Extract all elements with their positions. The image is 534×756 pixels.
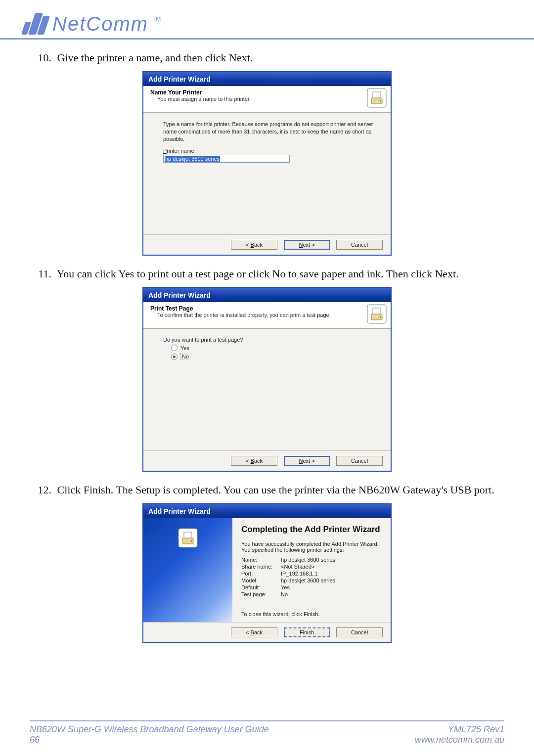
step-text: Give the printer a name, and then click … xyxy=(57,51,253,64)
cancel-button[interactable]: Cancel xyxy=(336,456,383,466)
wizard-subheading: You must assign a name to this printer. xyxy=(150,96,362,102)
svg-point-3 xyxy=(380,100,381,102)
next-button[interactable]: Next > xyxy=(284,240,330,250)
settings-value: Yes xyxy=(281,584,290,590)
step-text: Click Finish. The Setup is completed. Yo… xyxy=(57,484,494,496)
radio-icon xyxy=(171,345,178,351)
step-text: You can click Yes to print out a test pa… xyxy=(57,267,459,280)
svg-point-11 xyxy=(191,540,192,542)
completing-heading: Completing the Add Printer Wizard xyxy=(241,524,382,534)
header-rule xyxy=(0,38,534,40)
wizard-body: Type a name for this printer. Because so… xyxy=(143,113,391,234)
radio-yes[interactable]: Yes xyxy=(171,345,376,351)
printer-icon xyxy=(367,302,391,328)
wizard-hint: Type a name for this printer. Because so… xyxy=(163,121,376,143)
wizard-test-page: Add Printer Wizard Print Test Page To co… xyxy=(142,287,392,472)
cancel-button[interactable]: Cancel xyxy=(336,627,383,637)
settings-row: Name:hp deskjet 3600 series xyxy=(241,557,382,563)
svg-rect-2 xyxy=(373,92,381,98)
wizard-buttons: < Back Next > Cancel xyxy=(143,450,391,471)
printer-icon xyxy=(367,86,391,112)
wizard-heading: Name Your Printer xyxy=(150,89,362,96)
back-button[interactable]: < Back xyxy=(231,456,277,466)
wizard-header: Print Test Page To confirm that the prin… xyxy=(143,302,391,329)
test-page-question: Do you want to print a test page? xyxy=(163,337,376,343)
back-button[interactable]: < Back xyxy=(231,627,277,637)
cancel-button[interactable]: Cancel xyxy=(336,240,383,250)
back-button[interactable]: < Back xyxy=(231,240,277,250)
settings-list: Name:hp deskjet 3600 seriesShare name:<N… xyxy=(241,557,382,597)
next-button[interactable]: Next > xyxy=(284,456,330,466)
closing-text: To close this wizard, click Finish. xyxy=(241,611,382,617)
wizard-body: Do you want to print a test page? Yes No xyxy=(143,329,391,450)
step-12: 12. Click Finish. The Setup is completed… xyxy=(30,482,504,498)
page-footer: NB620W Super-G Wireless Broadband Gatewa… xyxy=(30,720,504,745)
radio-icon xyxy=(171,354,178,360)
footer-page-number: 66 xyxy=(30,735,269,745)
completing-desc: You have successfully completed the Add … xyxy=(241,541,382,553)
settings-key: Name: xyxy=(241,557,281,563)
step-11: 11. You can click Yes to print out a tes… xyxy=(30,266,504,282)
settings-key: Test page: xyxy=(241,591,281,597)
settings-row: Test page:No xyxy=(241,591,382,597)
wizard-buttons: < Back Next > Cancel xyxy=(143,234,391,255)
footer-right-url: www.netcomm.com.au xyxy=(415,735,504,745)
footer-left-title: NB620W Super-G Wireless Broadband Gatewa… xyxy=(30,724,269,735)
wizard-name-printer: Add Printer Wizard Name Your Printer You… xyxy=(142,71,392,256)
settings-row: Share name:<Not Shared> xyxy=(241,564,382,570)
wizard-completing: Add Printer Wizard Completing the Add Pr… xyxy=(142,503,392,643)
settings-row: Default:Yes xyxy=(241,584,382,590)
wizard-subheading: To confirm that the printer is installed… xyxy=(150,312,362,318)
step-number: 11. xyxy=(36,266,51,282)
svg-rect-10 xyxy=(184,532,192,538)
radio-no[interactable]: No xyxy=(171,353,376,360)
radio-label: No xyxy=(180,353,190,360)
printer-name-input[interactable]: hp deskjet 3600 series xyxy=(163,155,290,163)
settings-value: <Not Shared> xyxy=(281,564,315,570)
brand-logo: NetComm TM xyxy=(25,13,504,35)
settings-value: hp deskjet 3600 series xyxy=(281,557,335,563)
wizard-heading: Print Test Page xyxy=(150,305,362,312)
svg-rect-6 xyxy=(373,308,381,314)
finish-button[interactable]: Finish xyxy=(284,627,330,637)
settings-value: hp deskjet 3600 series xyxy=(281,578,335,583)
settings-value: IP_192.168.1.1 xyxy=(281,571,318,577)
settings-row: Port:IP_192.168.1.1 xyxy=(241,571,382,577)
wizard-side-graphic xyxy=(143,518,232,622)
footer-rule xyxy=(30,720,504,721)
settings-key: Default: xyxy=(241,584,281,590)
wizard-titlebar: Add Printer Wizard xyxy=(143,504,391,518)
wizard-titlebar: Add Printer Wizard xyxy=(143,72,391,86)
wizard-body: Completing the Add Printer Wizard You ha… xyxy=(143,518,391,622)
svg-point-7 xyxy=(380,316,381,318)
step-10: 10. Give the printer a name, and then cl… xyxy=(30,49,504,66)
wizard-buttons: < Back Finish Cancel xyxy=(143,622,391,642)
settings-key: Model: xyxy=(241,578,281,583)
step-number: 12. xyxy=(36,482,51,498)
brand-mark xyxy=(21,13,51,35)
settings-value: No xyxy=(281,591,288,597)
wizard-titlebar: Add Printer Wizard xyxy=(143,288,391,302)
printer-name-label: Printer name: xyxy=(163,148,376,154)
settings-key: Share name: xyxy=(241,564,281,570)
settings-key: Port: xyxy=(241,571,281,577)
radio-label: Yes xyxy=(180,345,189,351)
wizard-header: Name Your Printer You must assign a name… xyxy=(143,86,391,113)
step-number: 10. xyxy=(36,49,51,66)
footer-right-rev: YML725 Rev1 xyxy=(448,724,504,735)
settings-row: Model:hp deskjet 3600 series xyxy=(241,578,382,583)
brand-word: NetComm xyxy=(52,13,148,35)
brand-tm: TM xyxy=(152,16,161,23)
